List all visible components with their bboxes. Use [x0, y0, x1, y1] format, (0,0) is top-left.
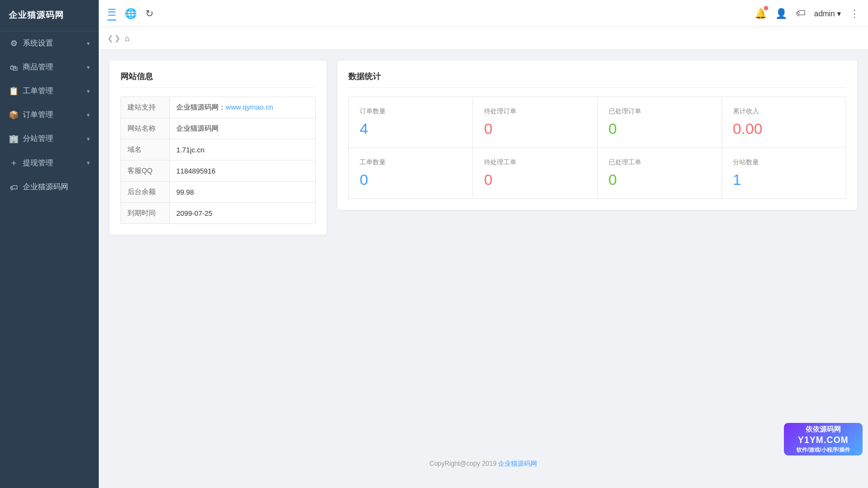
table-row: 建站支持 企业猫源码网：www.qymao.cn — [121, 97, 316, 118]
floating-ad[interactable]: 依依源码网 Y1YM.COM 软件/游戏/小程序/插件 — [784, 423, 863, 455]
stat-value: 0.00 — [733, 120, 835, 138]
gear-icon: ⚙ — [9, 38, 18, 48]
content-area: 网站信息 建站支持 企业猫源码网：www.qymao.cn 网站名称 企业猫源码… — [99, 50, 868, 488]
stats-title: 数据统计 — [348, 72, 846, 88]
sidebar-item-label: 系统设置 — [23, 38, 53, 48]
content-row: 网站信息 建站支持 企业猫源码网：www.qymao.cn 网站名称 企业猫源码… — [110, 61, 857, 235]
stat-cell-orders: 订单数量 4 — [349, 97, 473, 147]
sidebar-item-label: 分站管理 — [23, 134, 53, 144]
stat-value: 0 — [484, 171, 586, 189]
forward-arrow-icon[interactable]: ❯ — [114, 34, 120, 42]
product-icon: 🛍 — [9, 63, 18, 72]
table-row: 网站名称 企业猫源码网 — [121, 118, 316, 139]
stat-label: 累计收入 — [733, 107, 835, 116]
stat-value: 0 — [609, 171, 711, 189]
row-label: 网站名称 — [121, 118, 170, 139]
refresh-icon[interactable]: ↻ — [145, 8, 154, 20]
admin-button[interactable]: admin ▾ — [814, 9, 841, 18]
row-label: 域名 — [121, 139, 170, 160]
stats-card: 数据统计 订单数量 4 待处理订单 0 已处理订单 0 累 — [337, 61, 857, 210]
stat-value: 0 — [360, 171, 462, 189]
row-label: 客服QQ — [121, 160, 170, 182]
sidebar-item-label: 商品管理 — [23, 62, 53, 72]
workorder-icon: 📋 — [9, 86, 18, 96]
breadcrumb-bar: ❮ ❯ ⌂ — [99, 27, 868, 50]
sidebar-item-order-management[interactable]: 📦 订单管理 ▾ — [0, 103, 99, 127]
chevron-icon: ▾ — [87, 136, 90, 143]
stat-cell-workorders: 工单数量 0 — [349, 148, 473, 198]
admin-label: admin — [814, 9, 835, 18]
sidebar-item-branch-management[interactable]: 🏢 分站管理 ▾ — [0, 127, 99, 151]
sidebar-menu: ⚙ 系统设置 ▾ 🛍 商品管理 ▾ 📋 工单管理 ▾ 📦 订单管理 ▾ — [0, 31, 99, 488]
chevron-icon: ▾ — [87, 88, 90, 95]
sidebar-item-work-order-management[interactable]: 📋 工单管理 ▾ — [0, 79, 99, 103]
row-value: 企业猫源码网 — [170, 118, 316, 139]
stat-value: 1 — [733, 171, 835, 189]
chevron-icon: ▾ — [87, 64, 90, 71]
more-icon[interactable]: ⋮ — [850, 8, 859, 20]
chevron-icon: ▾ — [87, 112, 90, 119]
stat-cell-pending-orders: 待处理订单 0 — [473, 97, 597, 147]
stats-grid: 订单数量 4 待处理订单 0 已处理订单 0 累计收入 0.00 — [348, 97, 846, 199]
table-row: 后台余额 99.98 — [121, 182, 316, 203]
website-info-card: 网站信息 建站支持 企业猫源码网：www.qymao.cn 网站名称 企业猫源码… — [110, 61, 327, 235]
home-icon[interactable]: ⌂ — [125, 34, 130, 43]
stat-value: 4 — [360, 120, 462, 138]
sidebar-item-label: 企业猫源码网 — [23, 182, 68, 192]
back-arrow-icon[interactable]: ❮ — [107, 34, 113, 42]
dropdown-icon: ▾ — [837, 9, 841, 18]
company-icon: 🏷 — [9, 183, 18, 192]
row-value: 1.71jc.cn — [170, 139, 316, 160]
stat-cell-processed-orders: 已处理订单 0 — [598, 97, 722, 147]
topbar: ☰ 🌐 ↻ 🔔 👤 🏷 admin ▾ ⋮ — [99, 0, 868, 27]
row-value: 1184895916 — [170, 160, 316, 182]
stat-label: 分站数量 — [733, 158, 835, 167]
globe-icon[interactable]: 🌐 — [125, 8, 137, 20]
footer-link[interactable]: 企业猫源码网 — [498, 460, 537, 467]
sidebar-item-system-settings[interactable]: ⚙ 系统设置 ▾ — [0, 31, 99, 55]
avatar-icon[interactable]: 👤 — [775, 8, 787, 20]
table-row: 客服QQ 1184895916 — [121, 160, 316, 182]
stat-value: 0 — [484, 120, 586, 138]
tag-icon[interactable]: 🏷 — [796, 8, 806, 19]
stat-cell-processed-workorders: 已处理工单 0 — [598, 148, 722, 198]
stat-label: 订单数量 — [360, 107, 462, 116]
stat-cell-revenue: 累计收入 0.00 — [722, 97, 846, 147]
info-table: 建站支持 企业猫源码网：www.qymao.cn 网站名称 企业猫源码网 域名 … — [120, 97, 316, 224]
sidebar-item-product-management[interactable]: 🛍 商品管理 ▾ — [0, 55, 99, 79]
sidebar-item-withdraw-management[interactable]: ＋ 提现管理 ▾ — [0, 151, 99, 175]
sidebar-item-company-link[interactable]: 🏷 企业猫源码网 — [0, 175, 99, 199]
notification-badge — [764, 6, 768, 10]
main-area: ☰ 🌐 ↻ 🔔 👤 🏷 admin ▾ ⋮ ❮ ❯ ⌂ — [99, 0, 868, 488]
row-label: 后台余额 — [121, 182, 170, 203]
sidebar-item-label: 工单管理 — [23, 86, 53, 96]
row-value: 2099-07-25 — [170, 203, 316, 224]
row-value: 企业猫源码网：www.qymao.cn — [170, 97, 316, 118]
website-link[interactable]: www.qymao.cn — [226, 103, 273, 111]
withdraw-icon: ＋ — [9, 158, 18, 168]
order-icon: 📦 — [9, 110, 18, 120]
table-row: 域名 1.71jc.cn — [121, 139, 316, 160]
sidebar: 企业猫源码网 ⚙ 系统设置 ▾ 🛍 商品管理 ▾ 📋 工单管理 ▾ — [0, 0, 99, 488]
bell-icon[interactable]: 🔔 — [755, 8, 767, 20]
stat-label: 已处理订单 — [609, 107, 711, 116]
stat-label: 已处理工单 — [609, 158, 711, 167]
ad-line3: 软件/游戏/小程序/插件 — [796, 446, 850, 454]
row-label: 建站支持 — [121, 97, 170, 118]
stat-label: 待处理订单 — [484, 107, 586, 116]
ad-line1: 依依源码网 — [796, 425, 850, 434]
stat-label: 工单数量 — [360, 158, 462, 167]
stat-label: 待处理工单 — [484, 158, 586, 167]
website-info-title: 网站信息 — [120, 72, 316, 88]
chevron-icon: ▾ — [87, 159, 90, 166]
row-value: 99.98 — [170, 182, 316, 203]
row-label: 到期时间 — [121, 203, 170, 224]
stat-cell-branches: 分站数量 1 — [722, 148, 846, 198]
menu-icon[interactable]: ☰ — [107, 7, 116, 21]
sidebar-item-label: 订单管理 — [23, 110, 53, 120]
sidebar-logo: 企业猫源码网 — [0, 0, 99, 31]
footer: CopyRight@copy 2019 企业猫源码网 — [110, 451, 857, 477]
ad-line2: Y1YM.COM — [796, 434, 850, 446]
table-row: 到期时间 2099-07-25 — [121, 203, 316, 224]
footer-text: CopyRight@copy 2019 — [430, 460, 499, 467]
